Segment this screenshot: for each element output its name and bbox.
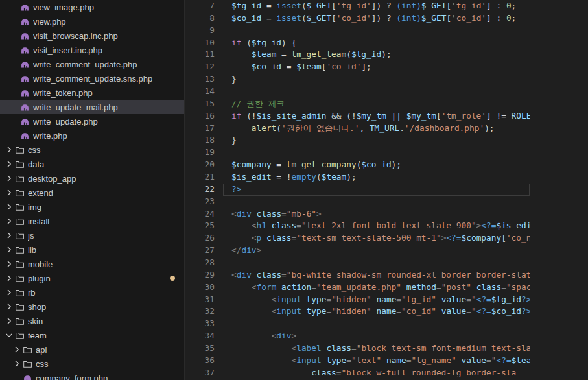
code-text[interactable]: <h1 class="text-2xl font-bold text-slate…	[223, 220, 530, 232]
line-number[interactable]: 30	[185, 281, 223, 294]
code-text[interactable]: <form action="team_update.php" method="p…	[223, 281, 530, 294]
tree-file-visit_browscap.inc.php[interactable]: visit_browscap.inc.php	[0, 29, 184, 43]
chevron-right-icon[interactable]	[12, 359, 22, 369]
code-text[interactable]: <input type="text" name="tg_name" value=…	[223, 355, 530, 367]
code-line-16[interactable]: 16if (!$is_site_admin && (!$my_tm || $my…	[185, 110, 588, 123]
code-text[interactable]: <p class="text-sm text-slate-500 mt-1"><…	[223, 232, 530, 244]
chevron-right-icon[interactable]	[4, 273, 14, 283]
line-number[interactable]: 14	[185, 86, 223, 98]
tree-file-write_comment_update.php[interactable]: write_comment_update.php	[0, 57, 184, 71]
chevron-right-icon[interactable]	[4, 316, 14, 326]
tree-folder-install[interactable]: install	[0, 214, 184, 228]
line-number[interactable]: 13	[185, 73, 223, 86]
code-line-27[interactable]: 27</div>	[185, 244, 588, 257]
code-line-29[interactable]: 29<div class="bg-white shadow-sm rounded…	[185, 269, 588, 281]
line-number[interactable]: 18	[185, 134, 223, 147]
line-number[interactable]: 9	[185, 25, 223, 37]
code-text[interactable]: ?>	[223, 184, 530, 196]
code-text[interactable]: // 권한 체크	[223, 98, 530, 110]
tree-folder-data[interactable]: data	[0, 157, 184, 171]
line-number[interactable]: 16	[185, 110, 223, 123]
code-text[interactable]: if ($tg_id) {	[223, 37, 530, 49]
code-text[interactable]: }	[223, 134, 530, 147]
code-text[interactable]: <div class="bg-white shadow-sm rounded-x…	[223, 269, 530, 281]
code-line-19[interactable]: 19	[185, 147, 588, 159]
code-line-17[interactable]: 17 alert('권한이 없습니다.', TM_URL.'/dashboard…	[185, 123, 588, 135]
line-number[interactable]: 12	[185, 61, 223, 73]
code-text[interactable]: <div>	[223, 330, 530, 342]
code-line-7[interactable]: 7$tg_id = isset($_GET['tg_id']) ? (int)$…	[185, 0, 588, 12]
line-number[interactable]: 20	[185, 159, 223, 171]
chevron-right-icon[interactable]	[4, 173, 14, 184]
code-text[interactable]	[223, 147, 530, 159]
line-number[interactable]: 21	[185, 171, 223, 184]
code-line-24[interactable]: 24<div class="mb-6">	[185, 208, 588, 220]
tree-folder-extend[interactable]: extend	[0, 185, 184, 200]
code-line-13[interactable]: 13}	[185, 73, 588, 86]
code-line-11[interactable]: 11 $team = tm_get_team($tg_id);	[185, 49, 588, 61]
code-line-23[interactable]: 23	[185, 196, 588, 208]
code-text[interactable]: $team = tm_get_team($tg_id);	[223, 49, 530, 61]
code-line-21[interactable]: 21$is_edit = !empty($team);	[185, 171, 588, 184]
tree-folder-shop[interactable]: shop	[0, 300, 184, 314]
code-text[interactable]	[223, 25, 530, 37]
line-number[interactable]: 10	[185, 37, 223, 49]
line-number[interactable]: 24	[185, 208, 223, 220]
tree-folder-desktop_app[interactable]: desktop_app	[0, 171, 184, 185]
line-number[interactable]: 34	[185, 330, 223, 342]
code-line-12[interactable]: 12 $co_id = $team['co_id'];	[185, 61, 588, 73]
code-line-10[interactable]: 10if ($tg_id) {	[185, 37, 588, 49]
tree-file-view_image.php[interactable]: view_image.php	[0, 0, 184, 14]
code-line-22[interactable]: 22?>	[185, 184, 588, 196]
tree-file-company_form.php[interactable]: company_form.php	[0, 371, 184, 380]
line-number[interactable]: 29	[185, 269, 223, 281]
line-number[interactable]: 8	[185, 12, 223, 25]
code-line-14[interactable]: 14	[185, 86, 588, 98]
chevron-right-icon[interactable]	[4, 145, 14, 155]
line-number[interactable]: 7	[185, 0, 223, 12]
chevron-right-icon[interactable]	[4, 302, 14, 312]
line-number[interactable]: 19	[185, 147, 223, 159]
chevron-right-icon[interactable]	[4, 230, 14, 241]
code-text[interactable]: class="block w-full rounded-lg border-sl…	[223, 367, 530, 379]
tree-file-write_token.php[interactable]: write_token.php	[0, 86, 184, 100]
tree-file-write_comment_update.sns.php[interactable]: write_comment_update.sns.php	[0, 71, 184, 86]
code-line-26[interactable]: 26 <p class="text-sm text-slate-500 mt-1…	[185, 232, 588, 244]
tree-folder-rb[interactable]: rb	[0, 285, 184, 300]
code-text[interactable]: $co_id = isset($_GET['co_id']) ? (int)$_…	[223, 12, 530, 25]
line-number[interactable]: 15	[185, 98, 223, 110]
chevron-right-icon[interactable]	[4, 202, 14, 212]
line-number[interactable]: 28	[185, 257, 223, 269]
code-text[interactable]	[223, 318, 530, 330]
tree-file-write_update_mail.php[interactable]: write_update_mail.php	[0, 100, 184, 114]
chevron-right-icon[interactable]	[4, 244, 14, 255]
line-number[interactable]: 32	[185, 305, 223, 318]
tree-folder-skin[interactable]: skin	[0, 314, 184, 328]
tree-folder-css[interactable]: css	[0, 357, 184, 371]
code-text[interactable]	[223, 257, 530, 269]
code-text[interactable]: $company = tm_get_company($co_id);	[223, 159, 530, 171]
code-text[interactable]: $tg_id = isset($_GET['tg_id']) ? (int)$_…	[223, 0, 530, 12]
code-text[interactable]: $co_id = $team['co_id'];	[223, 61, 530, 73]
tree-folder-css[interactable]: css	[0, 143, 184, 157]
line-number[interactable]: 25	[185, 220, 223, 232]
line-number[interactable]: 35	[185, 342, 223, 355]
tree-folder-lib[interactable]: lib	[0, 243, 184, 257]
tree-folder-team[interactable]: team	[0, 328, 184, 342]
chevron-right-icon[interactable]	[4, 187, 14, 198]
code-line-8[interactable]: 8$co_id = isset($_GET['co_id']) ? (int)$…	[185, 12, 588, 25]
tree-folder-mobile[interactable]: mobile	[0, 257, 184, 271]
code-text[interactable]: <label class="block text-sm font-medium …	[223, 342, 530, 355]
code-text[interactable]: alert('권한이 없습니다.', TM_URL.'/dashboard.ph…	[223, 123, 530, 135]
code-line-30[interactable]: 30 <form action="team_update.php" method…	[185, 281, 588, 294]
line-number[interactable]: 22	[185, 184, 223, 196]
code-text[interactable]: <div class="mb-6">	[223, 208, 530, 220]
tree-folder-plugin[interactable]: plugin	[0, 271, 184, 285]
code-text[interactable]: $is_edit = !empty($team);	[223, 171, 530, 184]
chevron-down-icon[interactable]	[4, 330, 14, 340]
code-line-37[interactable]: 37 class="block w-full rounded-lg border…	[185, 367, 588, 379]
line-number[interactable]: 37	[185, 367, 223, 379]
code-text[interactable]: </div>	[223, 244, 530, 257]
code-text[interactable]: <input type="hidden" name="tg_id" value=…	[223, 294, 530, 306]
code-text[interactable]	[223, 196, 530, 208]
